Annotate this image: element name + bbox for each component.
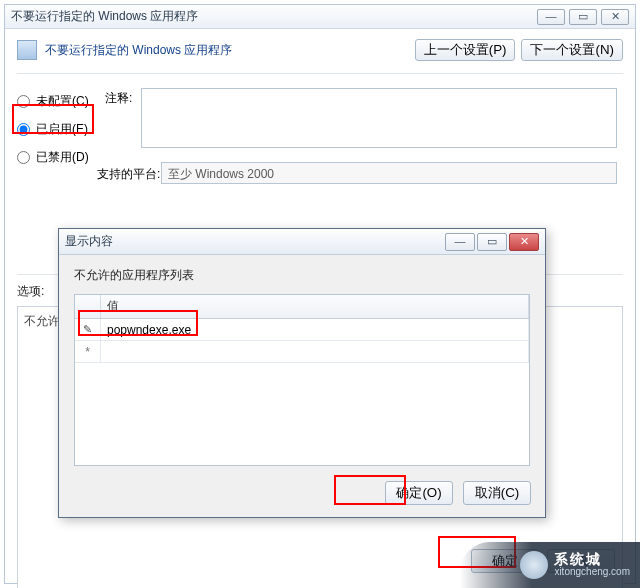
dialog-close-button[interactable]: ✕ bbox=[509, 233, 539, 251]
value-input[interactable] bbox=[107, 322, 522, 338]
dialog-buttons: 确定(O) 取消(C) bbox=[385, 481, 531, 505]
comment-label: 注释: bbox=[105, 90, 132, 107]
close-button[interactable]: ✕ bbox=[601, 9, 629, 25]
dialog-caption: 不允许的应用程序列表 bbox=[74, 267, 530, 284]
asterisk-icon: * bbox=[85, 345, 90, 359]
dialog-title: 显示内容 bbox=[65, 233, 443, 250]
gear-icon bbox=[520, 551, 548, 579]
dialog-maximize-button[interactable]: ▭ bbox=[477, 233, 507, 251]
policy-title: 不要运行指定的 Windows 应用程序 bbox=[45, 42, 409, 59]
dialog-ok-button[interactable]: 确定(O) bbox=[385, 481, 453, 505]
grid-header-blank bbox=[75, 295, 101, 318]
comment-textarea[interactable] bbox=[141, 88, 617, 148]
watermark-url: xitongcheng.com bbox=[554, 567, 630, 578]
value-grid[interactable]: 值 ✎ * bbox=[74, 294, 530, 466]
radio-disabled-label: 已禁用(D) bbox=[36, 149, 89, 166]
platform-field: 至少 Windows 2000 bbox=[161, 162, 617, 184]
watermark-text: 系统城 xitongcheng.com bbox=[554, 552, 630, 577]
next-setting-button[interactable]: 下一个设置(N) bbox=[521, 39, 623, 61]
grid-header-value: 值 bbox=[101, 295, 529, 318]
show-contents-dialog: 显示内容 — ▭ ✕ 不允许的应用程序列表 值 ✎ * bbox=[58, 228, 546, 518]
watermark-cn: 系统城 bbox=[554, 552, 630, 567]
radio-enabled[interactable] bbox=[17, 123, 30, 136]
radio-disabled[interactable] bbox=[17, 151, 30, 164]
pencil-icon: ✎ bbox=[83, 323, 92, 336]
state-radio-group: 未配置(C) 已启用(E) 已禁用(D) 注释: 支持的平台: 至少 Windo… bbox=[17, 88, 623, 170]
grid-row-0[interactable]: ✎ bbox=[75, 319, 529, 341]
grid-cell-value[interactable] bbox=[101, 319, 529, 340]
grid-new-row-indicator: * bbox=[75, 341, 101, 362]
grid-row-indicator: ✎ bbox=[75, 319, 101, 340]
dialog-body: 不允许的应用程序列表 值 ✎ * 确定(O) 取消(C) bbox=[59, 255, 545, 478]
radio-not-configured[interactable] bbox=[17, 95, 30, 108]
dialog-titlebar: 显示内容 — ▭ ✕ bbox=[59, 229, 545, 255]
dialog-window-controls: — ▭ ✕ bbox=[443, 233, 539, 251]
platform-label: 支持的平台: bbox=[97, 166, 160, 183]
radio-not-configured-label: 未配置(C) bbox=[36, 93, 89, 110]
gp-header-row: 不要运行指定的 Windows 应用程序 上一个设置(P) 下一个设置(N) bbox=[17, 39, 623, 74]
dialog-minimize-button[interactable]: — bbox=[445, 233, 475, 251]
previous-setting-button[interactable]: 上一个设置(P) bbox=[415, 39, 516, 61]
watermark: 系统城 xitongcheng.com bbox=[460, 542, 640, 588]
dialog-cancel-button[interactable]: 取消(C) bbox=[463, 481, 531, 505]
grid-row-new[interactable]: * bbox=[75, 341, 529, 363]
gp-titlebar: 不要运行指定的 Windows 应用程序 — ▭ ✕ bbox=[5, 5, 635, 29]
grid-new-cell[interactable] bbox=[101, 341, 529, 362]
options-hint: 不允许 bbox=[24, 314, 60, 328]
maximize-button[interactable]: ▭ bbox=[569, 9, 597, 25]
radio-enabled-label: 已启用(E) bbox=[36, 121, 88, 138]
minimize-button[interactable]: — bbox=[537, 9, 565, 25]
grid-header: 值 bbox=[75, 295, 529, 319]
gp-window-title: 不要运行指定的 Windows 应用程序 bbox=[11, 8, 537, 25]
policy-icon bbox=[17, 40, 37, 60]
window-controls: — ▭ ✕ bbox=[537, 9, 629, 25]
